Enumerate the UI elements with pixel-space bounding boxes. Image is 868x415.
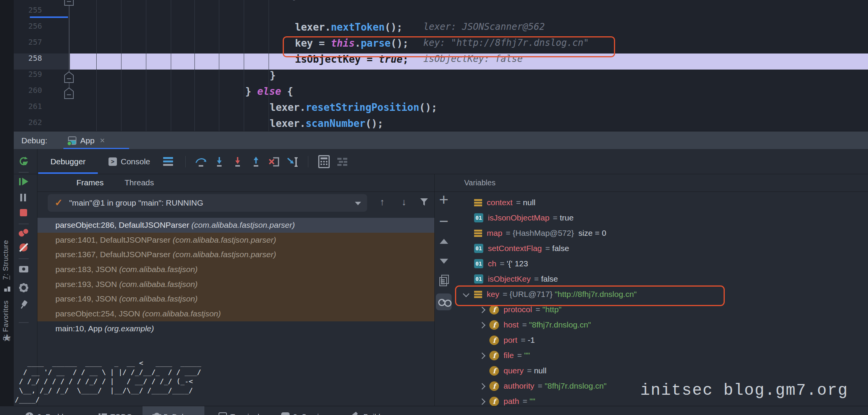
close-icon[interactable]: × — [100, 136, 105, 146]
favorites-star-icon[interactable]: ★ — [2, 332, 11, 344]
tab-console[interactable]: > Console — [108, 149, 150, 174]
code-line: 256 lexer.nextToken(); lexer: JSONScanne… — [14, 21, 868, 37]
remove-watch-icon[interactable]: − — [435, 212, 453, 230]
chevron-icon[interactable] — [476, 348, 489, 363]
step-over-icon[interactable] — [194, 156, 207, 167]
chevron-icon[interactable] — [460, 271, 474, 287]
stack-frame-row[interactable]: parse:149, JSON (com.alibaba.fastjson) — [37, 292, 434, 306]
stack-frame-row[interactable]: parseObject:254, JSON (com.alibaba.fastj… — [37, 306, 434, 321]
variable-row[interactable]: 01 ch = '{' 123 — [453, 256, 868, 271]
tab-app-session[interactable]: App × — [68, 131, 105, 149]
force-step-into-icon[interactable] — [231, 156, 244, 167]
variable-row[interactable]: context = null — [453, 195, 868, 210]
run-to-cursor-icon[interactable] — [286, 156, 299, 167]
code-text: } else { — [76, 86, 293, 97]
bottom-tool-tab[interactable]: ! 6: Problems — [15, 406, 88, 415]
chevron-icon[interactable] — [460, 225, 474, 241]
variable-type-icon: f — [489, 397, 499, 406]
pause-program-icon[interactable] — [18, 192, 29, 203]
mute-breakpoints-icon[interactable] — [18, 242, 29, 253]
add-watch-icon[interactable]: + — [435, 191, 453, 209]
chevron-icon[interactable] — [476, 363, 489, 378]
line-number: 260 — [14, 86, 42, 95]
variable-name: host — [504, 320, 519, 329]
variable-row[interactable]: 01 setContextFlag = false — [453, 241, 868, 256]
stack-frame-row[interactable]: parse:1367, DefaultJSONParser (com.aliba… — [37, 247, 434, 262]
chevron-icon[interactable] — [476, 378, 489, 394]
stack-frame-row[interactable]: main:10, App (org.example) — [37, 321, 434, 336]
trace-settings-icon[interactable] — [337, 157, 347, 166]
chevron-icon[interactable] — [460, 241, 474, 256]
frame-up-icon[interactable]: ↑ — [380, 196, 385, 208]
tab-threads[interactable]: Threads — [125, 174, 154, 191]
stack-frame-row[interactable]: parseObject:286, DefaultJSONParser (com.… — [37, 218, 434, 233]
code-editor[interactable]: } 255 256 lexer.nextToken(); lexer: JSON… — [14, 0, 868, 131]
variable-row[interactable]: map = {HashMap@572} size = 0 — [453, 225, 868, 241]
bottom-tool-tab[interactable]: 5: Debug — [143, 406, 204, 415]
settings-gear-icon[interactable] — [18, 282, 29, 293]
debugger-toolbar: Debugger > Console — [37, 149, 868, 174]
move-up-icon[interactable] — [440, 239, 448, 244]
variable-type-icon: 01 — [474, 244, 483, 253]
tool-tab-icon — [281, 412, 290, 415]
variable-type-icon: f — [489, 351, 499, 360]
variable-type-icon — [474, 199, 482, 206]
chevron-icon[interactable] — [460, 256, 474, 271]
bottom-tool-tab[interactable]: > Terminal — [209, 406, 269, 415]
move-down-icon[interactable] — [440, 259, 448, 264]
stack-frame-row[interactable]: parse:183, JSON (com.alibaba.fastjson) — [37, 262, 434, 277]
frame-location: parse:193, JSON — [55, 280, 119, 289]
code-lines: } 255 256 lexer.nextToken(); lexer: JSON… — [14, 0, 868, 131]
sidebar-item-structure[interactable]: 7: Structure — [2, 240, 13, 280]
code-text: lexer.resetStringPosition(); — [76, 102, 437, 113]
variable-row[interactable]: f query = null — [453, 363, 868, 378]
chevron-icon[interactable] — [460, 210, 474, 225]
variable-name: context — [487, 198, 513, 207]
chevron-icon[interactable] — [476, 332, 489, 348]
line-number: 257 — [14, 37, 42, 47]
frame-down-icon[interactable]: ↓ — [402, 196, 406, 208]
variable-row[interactable]: f host = "8fhj7r.dnslog.cn" — [453, 317, 868, 332]
thread-selector-dropdown[interactable]: ✓ "main"@1 in group "main": RUNNING — [48, 194, 367, 212]
fold-marker-icon[interactable] — [64, 71, 74, 83]
stack-frame-row[interactable]: parse:1401, DefaultJSONParser (com.aliba… — [37, 233, 434, 248]
show-watches-toggle[interactable] — [436, 293, 452, 310]
stop-icon[interactable] — [18, 208, 29, 218]
tab-frames[interactable]: Frames — [76, 174, 104, 191]
thread-dump-camera-icon[interactable] — [18, 263, 29, 274]
code-line: 260 } else { — [14, 86, 868, 102]
variable-row[interactable]: 01 isJsonObjectMap = true — [453, 210, 868, 225]
code-line: } — [14, 0, 868, 5]
variable-row[interactable]: f port = -1 — [453, 332, 868, 348]
code-text: } — [76, 70, 276, 81]
rerun-debugger-icon[interactable] — [18, 156, 29, 167]
fold-marker-icon[interactable] — [64, 87, 74, 99]
bottom-tool-tab[interactable]: TODO — [89, 406, 142, 415]
divider — [308, 156, 308, 167]
frame-package: (com.alibaba.fastjson) — [119, 280, 198, 289]
variable-row[interactable]: 01 isObjectKey = false — [453, 271, 868, 287]
duplicate-icon[interactable] — [439, 277, 447, 286]
frame-package: (org.example) — [104, 324, 154, 333]
stack-frame-row[interactable]: parse:193, JSON (com.alibaba.fastjson) — [37, 277, 434, 292]
debug-label: Debug: — [21, 131, 47, 149]
chevron-icon[interactable] — [476, 317, 489, 332]
tab-debugger[interactable]: Debugger — [38, 149, 98, 174]
variable-type-icon: 01 — [474, 213, 483, 222]
drop-frame-icon[interactable] — [268, 156, 281, 167]
frame-location: parseObject:286, DefaultJSONParser — [55, 220, 191, 229]
resume-program-icon[interactable] — [18, 177, 29, 187]
view-breakpoints-icon[interactable] — [18, 228, 29, 238]
layout-settings-icon[interactable] — [163, 156, 176, 167]
step-into-icon[interactable] — [213, 156, 226, 167]
divider — [19, 172, 29, 173]
evaluate-expression-icon[interactable] — [318, 155, 330, 168]
bottom-tool-tab[interactable]: Build — [342, 406, 390, 415]
variable-row[interactable]: f file = "" — [453, 348, 868, 363]
bottom-tool-tab[interactable]: 8: Services — [271, 406, 341, 415]
chevron-icon[interactable] — [460, 195, 474, 210]
fold-marker-icon[interactable] — [64, 0, 74, 6]
filter-funnel-icon[interactable] — [419, 198, 429, 206]
step-out-icon[interactable] — [249, 156, 262, 167]
structure-icon[interactable] — [4, 285, 10, 292]
